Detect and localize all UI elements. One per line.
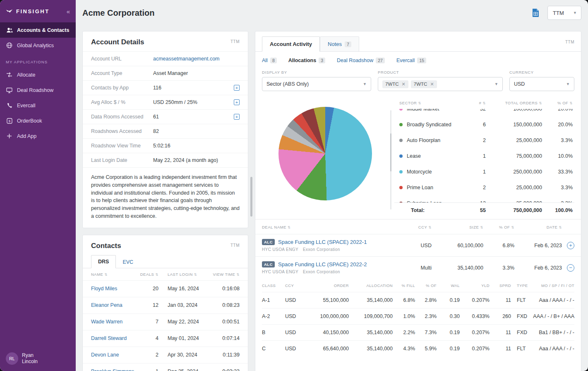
account-details-card: Account Details TTM Account URL acmeasse…	[82, 31, 248, 228]
contact-row: Wade Warren 7 May 22, 2024 0:00:51	[83, 313, 248, 330]
field-contacts-by-app: Contacts by App 116 +	[83, 80, 248, 95]
contact-row: Eleanor Pena 12 Jan 03, 2024 0:08:23	[83, 297, 248, 313]
deal-name-link[interactable]: Space Funding LLC (SPACE) 2022-2	[278, 261, 367, 267]
sector-table-scrollbar-thumb[interactable]	[390, 133, 391, 171]
account-details-title: Account Details	[91, 38, 144, 46]
contact-name-link[interactable]: Devon Lane	[91, 352, 137, 358]
sidebar-item-orderbook[interactable]: $ OrderBook	[0, 113, 76, 128]
chip-remove-icon[interactable]: ✕	[430, 82, 434, 87]
sector-row: Lease 1 75,000,000 10.0%	[394, 148, 574, 164]
sidebar-item-label: Deal Roadshow	[17, 87, 53, 93]
contact-name-link[interactable]: Darrell Steward	[91, 335, 137, 341]
sector-color-dot	[399, 139, 403, 142]
filter-all[interactable]: All 8	[262, 58, 277, 63]
currency-select[interactable]: USD ▼	[509, 77, 574, 91]
field-data-rooms: Data Rooms Accessed 61 +	[83, 109, 248, 124]
deal-row: ALC Space Funding LLC (SPACE) 2022-2 HYC…	[255, 256, 581, 279]
expand-plus-icon[interactable]: +	[234, 85, 240, 91]
chip-remove-icon[interactable]: ✕	[402, 82, 406, 87]
col-date[interactable]: DATE⇅	[514, 225, 562, 229]
class-table-header: CLASS CCY ORDER ALLOCATION % FILL % OF W…	[262, 279, 574, 292]
sector-color-dot	[399, 170, 403, 173]
main-area: Acme Corporation TTM ▼ Account Details	[76, 0, 588, 371]
col-total-orders[interactable]: TOTAL ORDERS⇅	[486, 101, 542, 105]
tab-account-activity[interactable]: Account Activity	[262, 36, 320, 52]
col-pct-of[interactable]: % OF⇅	[542, 101, 573, 105]
app-window: FINSIGHT « Accounts & Contacts Global An…	[0, 0, 588, 371]
col-sector[interactable]: SECTOR⇅	[399, 101, 460, 105]
chevron-down-icon: ▼	[363, 82, 367, 86]
display-by-select[interactable]: Sector (ABS Only) ▼	[262, 77, 371, 91]
field-account-url: Account URL acmeassetmanagement.com	[83, 51, 248, 66]
page-title: Acme Corporation	[82, 8, 154, 18]
product-select[interactable]: 7WTC ✕ 7WTC ✕ ▼	[378, 77, 503, 91]
deal-table: DEAL NAME⇅ CCY⇅ SIZE⇅ % OF⇅ DATE⇅ ALC Sp…	[255, 219, 581, 359]
account-url-link[interactable]: acmeassetmanagement.com	[153, 56, 220, 62]
contact-name-link[interactable]: Floyd Miles	[91, 286, 137, 292]
user-profile[interactable]: RL Ryan Lincoln	[0, 347, 76, 371]
activity-tabbar: Account Activity Notes 7 TTM	[255, 31, 581, 52]
sidebar-item-accounts-contacts[interactable]: Accounts & Contacts	[0, 22, 76, 38]
sidebar-item-deal-roadshow[interactable]: Deal Roadshow	[0, 82, 76, 98]
sidebar-item-global-analytics[interactable]: Global Analytics	[0, 38, 76, 53]
contact-name-link[interactable]: Eleanor Pena	[91, 302, 137, 308]
left-column-scrollbar[interactable]	[250, 177, 252, 217]
col-size[interactable]: SIZE⇅	[432, 225, 483, 229]
col-view-time[interactable]: VIEW TIME⇅	[207, 272, 240, 277]
period-select[interactable]: TTM ▼	[547, 6, 581, 20]
sort-icon: ⇅	[236, 272, 240, 277]
col-last-login[interactable]: LAST LOGIN⇅	[158, 272, 207, 277]
sort-icon: ⇅	[559, 225, 562, 229]
expand-plus-icon[interactable]: +	[234, 99, 240, 105]
topbar: Acme Corporation TTM ▼	[76, 0, 588, 26]
contact-name-link[interactable]: Wade Warren	[91, 319, 137, 325]
sort-icon: ⇅	[418, 101, 421, 105]
deal-name-link[interactable]: Space Funding LLC (SPACE) 2022-1	[278, 239, 367, 245]
deal-tags: HYC USOA ENGY	[262, 270, 298, 274]
col-pct-of[interactable]: % OF⇅	[483, 225, 514, 229]
sidebar-item-allocate[interactable]: Allocate	[0, 67, 76, 82]
sort-icon: ⇅	[511, 225, 514, 229]
col-deal-name[interactable]: DEAL NAME⇅	[262, 225, 394, 229]
contacts-table-header: NAME⇅ DEALS⇅ LAST LOGIN⇅ VIEW TIME⇅	[83, 268, 248, 280]
filter-allocations[interactable]: Allocations 3	[288, 58, 325, 63]
sidebar-item-label: Global Analytics	[17, 43, 54, 48]
sort-icon: ⇅	[480, 225, 483, 229]
expand-deal-icon[interactable]: +	[567, 242, 574, 249]
brand-row: FINSIGHT «	[0, 0, 76, 22]
svg-text:$: $	[8, 119, 10, 123]
deal-class-table: CLASS CCY ORDER ALLOCATION % FILL % OF W…	[255, 279, 581, 359]
tab-drs[interactable]: DRS	[91, 255, 116, 268]
sector-color-dot	[399, 109, 403, 111]
sector-pie-chart[interactable]	[278, 107, 372, 200]
sector-row: Motorcycle 1 250,000,000 33.3%	[394, 164, 574, 180]
filter-deal-roadshow[interactable]: Deal Roadshow 27	[337, 58, 385, 63]
globe-icon	[6, 42, 13, 49]
sector-table: SECTOR⇅ #⇅ TOTAL ORDERS⇅ % OF⇅ Middle Ma…	[389, 97, 574, 217]
sector-color-dot	[399, 154, 403, 158]
collapse-deal-icon[interactable]: −	[567, 264, 574, 272]
contact-row: Brooklyn Simmons 1 Dec 25, 2024 0:03:23	[83, 363, 248, 371]
sidebar-collapse-icon[interactable]: «	[67, 8, 70, 15]
deal-company: Exxon Corporation	[303, 247, 340, 252]
people-icon	[6, 26, 13, 34]
contact-row: Floyd Miles 20 May 16, 2024 0:16:08	[83, 280, 248, 297]
tab-evc[interactable]: EVC	[116, 256, 140, 268]
contact-name-link[interactable]: Brooklyn Simmons	[91, 369, 137, 371]
export-xls-icon[interactable]	[531, 8, 540, 17]
sidebar-item-label: Add App	[17, 133, 36, 139]
deal-tags: HYC USOA ENGY	[262, 247, 298, 252]
col-count[interactable]: #⇅	[460, 101, 486, 105]
deal-company: Exxon Corporation	[303, 270, 340, 274]
class-row: A-2 USD 100,000,000 109,000,700 1.0% 2.3…	[262, 308, 574, 324]
filter-evercall[interactable]: Evercall 15	[396, 58, 426, 63]
col-ccy[interactable]: CCY⇅	[394, 225, 432, 229]
col-name[interactable]: NAME⇅	[91, 272, 137, 277]
sidebar-item-add-app[interactable]: Add App	[0, 128, 76, 144]
col-deals[interactable]: DEALS⇅	[137, 272, 158, 277]
expand-plus-icon[interactable]: +	[234, 114, 240, 120]
tab-notes[interactable]: Notes 7	[320, 36, 359, 52]
sidebar-item-evercall[interactable]: Evercall	[0, 98, 76, 113]
sort-icon: ⇅	[194, 272, 197, 277]
class-row: C USD 65,640,000 35,140,000 4.3% 5.9% 0.…	[262, 340, 574, 357]
